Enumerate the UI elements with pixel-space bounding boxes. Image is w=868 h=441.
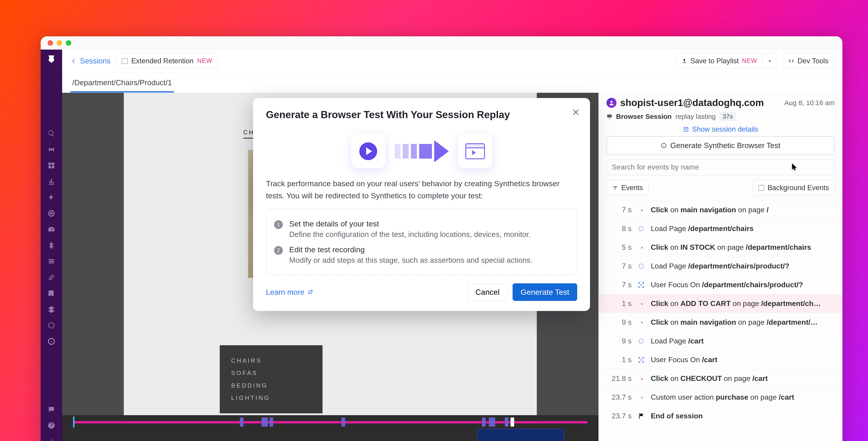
load-icon (638, 263, 645, 270)
window-titlebar (41, 36, 842, 50)
upload-icon (681, 58, 687, 64)
nav-metrics-icon[interactable] (48, 178, 55, 185)
nav-link-icon[interactable] (48, 273, 55, 281)
external-link-icon (307, 289, 313, 295)
events-list: 7 sClick on main navigation on page /8 s… (599, 200, 842, 441)
datadog-logo-icon[interactable] (45, 53, 58, 66)
event-time: 8 s (607, 225, 631, 233)
generate-synthetic-test-button[interactable]: Generate Synthetic Browser Test (607, 136, 835, 155)
nav-profiling-icon[interactable] (48, 226, 55, 233)
events-search-input[interactable] (612, 163, 829, 171)
extended-retention-checkbox[interactable] (122, 58, 128, 64)
event-text: Load Page /department/chairs (651, 225, 835, 233)
event-text: Click on ADD TO CART on page /department… (651, 299, 835, 308)
nav-synthetics-icon[interactable] (48, 337, 55, 345)
learn-more-link[interactable]: Learn more (266, 288, 313, 297)
dev-tools-button[interactable]: Dev Tools (782, 54, 834, 68)
browser-card-icon (458, 134, 492, 168)
event-row[interactable]: 7 sLoad Page /department/chairs/product/… (599, 257, 842, 275)
event-row[interactable]: 7 sClick on main navigation on page / (599, 201, 842, 219)
nav-integrations-icon[interactable] (48, 241, 55, 249)
player-controls: 00:20 / 00:23 /department/chairs/product… (62, 415, 598, 441)
nav-search-icon[interactable] (48, 129, 55, 137)
nav-logs-icon[interactable] (48, 258, 55, 265)
close-window-icon[interactable] (48, 40, 53, 46)
site-footer-links: CHAIRSSOFASBEDDINGLIGHTING (220, 345, 322, 413)
click-icon (638, 319, 645, 326)
modal-cancel-button[interactable]: Cancel (467, 283, 507, 301)
event-text: User Focus On /department/chairs/product… (651, 281, 835, 289)
background-events-checkbox[interactable] (758, 185, 764, 191)
event-row[interactable]: 23.7 sCustom user action purchase on pag… (599, 388, 842, 407)
path-tab-active[interactable]: /Department/Chairs/Product/1 (70, 75, 174, 92)
event-row[interactable]: 8 sLoad Page /department/chairs (599, 219, 842, 238)
event-time: 5 s (607, 243, 631, 252)
modal-generate-button[interactable]: Generate Test (513, 283, 577, 301)
event-row[interactable]: 7 sUser Focus On /department/chairs/prod… (599, 275, 842, 294)
playback-speed-picker[interactable]: 1x (477, 429, 564, 441)
event-text: End of session (651, 412, 835, 420)
flag-icon (638, 412, 645, 420)
save-to-playlist-button[interactable]: Save to Playlist NEW (676, 54, 763, 68)
step-2-badge: 2 (274, 246, 283, 255)
event-text: Click on main navigation on page / (651, 206, 835, 214)
event-time: 7 s (607, 281, 631, 289)
session-kind-label: Browser Session (616, 113, 672, 120)
new-badge: NEW (197, 57, 212, 64)
nav-chat-icon[interactable] (48, 406, 55, 413)
event-row[interactable]: 21.8 sClick on CHECKOUT on page /cart (599, 369, 842, 388)
event-row[interactable]: 9 sLoad Page /cart (599, 332, 842, 351)
save-to-playlist-chevron[interactable] (763, 54, 777, 68)
events-search[interactable] (607, 159, 835, 175)
step-1-sub: Define the configuration of the test, in… (289, 230, 531, 239)
event-row[interactable]: 9 sClick on main navigation on page /dep… (599, 313, 842, 332)
modal-close-button[interactable] (571, 107, 581, 117)
event-time: 1 s (607, 356, 631, 364)
background-events-toggle[interactable]: Background Events (753, 180, 835, 195)
event-row[interactable]: 1 sClick on ADD TO CART on page /departm… (599, 294, 842, 313)
step-1-badge: 1 (274, 220, 283, 229)
nav-dashboards-icon[interactable] (48, 161, 55, 169)
back-to-sessions-link[interactable]: Sessions (70, 57, 111, 65)
event-text: Click on IN STOCK on page /department/ch… (651, 243, 835, 252)
show-session-details-link[interactable]: Show session details (683, 125, 758, 134)
event-text: Click on CHECKOUT on page /cart (651, 374, 835, 383)
events-filter-button[interactable]: Events (607, 180, 649, 195)
filter-icon (612, 185, 618, 191)
session-duration-chip: 37s (719, 112, 736, 121)
app-window: Sessions Extended Retention NEW Save to … (41, 36, 842, 441)
event-text: User Focus On /cart (651, 356, 835, 364)
site-footer-link[interactable]: LIGHTING (231, 392, 311, 404)
nav-notebooks-icon[interactable] (48, 290, 55, 297)
nav-help-icon[interactable] (48, 421, 55, 429)
nav-add-icon[interactable] (48, 438, 55, 441)
click-icon (638, 375, 645, 382)
event-row[interactable]: 1 sUser Focus On /cart (599, 351, 842, 369)
nav-watchdog-icon[interactable] (48, 146, 55, 153)
event-text: Load Page /cart (651, 337, 835, 345)
event-time: 21.8 s (607, 374, 631, 383)
minimize-window-icon[interactable] (57, 40, 62, 46)
event-row[interactable]: 23.7 sEnd of session (599, 407, 842, 425)
player-timeline[interactable] (68, 417, 592, 427)
user-avatar-icon (607, 98, 617, 108)
save-to-playlist-label: Save to Playlist (690, 57, 739, 65)
modal-lead: Track performance based on your real use… (266, 178, 577, 202)
site-footer-link[interactable]: BEDDING (231, 379, 311, 392)
event-row[interactable]: 5 sClick on IN STOCK on page /department… (599, 238, 842, 257)
event-time: 9 s (607, 337, 631, 345)
nav-layers-icon[interactable] (48, 305, 55, 313)
topbar: Sessions Extended Retention NEW Save to … (62, 50, 842, 72)
extended-retention-toggle[interactable]: Extended Retention NEW (116, 54, 218, 68)
site-footer-link[interactable]: SOFAS (231, 367, 311, 379)
step-2-title: Edit the test recording (289, 245, 533, 254)
save-to-playlist-group: Save to Playlist NEW (676, 54, 777, 68)
nav-infra-icon[interactable] (48, 194, 55, 201)
nav-security-icon[interactable] (48, 322, 55, 329)
site-footer-link[interactable]: CHAIRS (231, 354, 311, 367)
focus-icon (638, 356, 645, 363)
maximize-window-icon[interactable] (66, 40, 71, 46)
nav-apm-icon[interactable] (48, 209, 55, 217)
event-text: Click on main navigation on page /depart… (651, 318, 835, 326)
event-time: 7 s (607, 206, 631, 214)
